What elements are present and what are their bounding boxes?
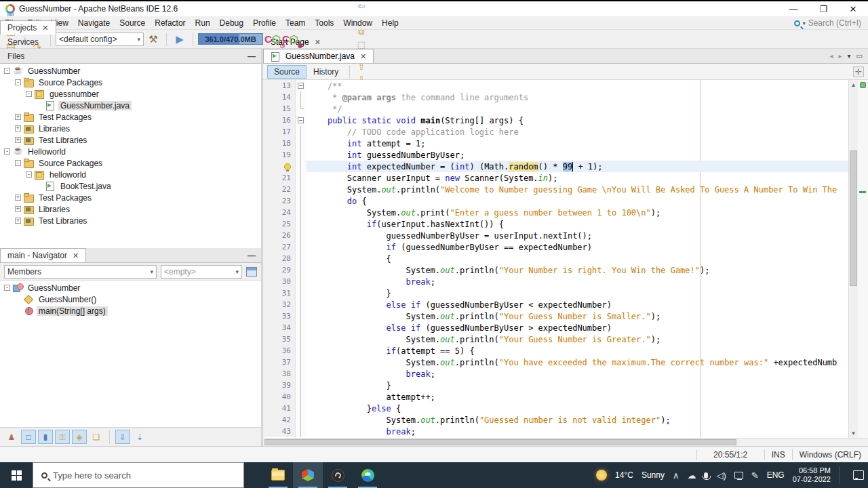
minimize-navigator-button[interactable]: — xyxy=(248,251,256,260)
expand-icon[interactable]: + xyxy=(15,195,21,201)
previous-bookmark-button[interactable]: ⇧ xyxy=(354,60,368,73)
weather-sun-icon[interactable] xyxy=(596,470,607,481)
code-line[interactable]: 23 do { xyxy=(263,195,848,207)
tab-services[interactable]: Services xyxy=(0,35,56,49)
taskbar-file-explorer[interactable] xyxy=(263,462,293,488)
weather-desc[interactable]: Sunny xyxy=(642,470,665,480)
tree-item[interactable]: -Helloworld xyxy=(0,146,261,157)
collapse-icon[interactable]: - xyxy=(26,171,32,178)
code-editor[interactable]: 13− /**14 * @param args the command line… xyxy=(263,80,848,438)
code-line[interactable]: 17 // TODO code application logic here xyxy=(263,126,848,138)
menu-run[interactable]: Run xyxy=(191,17,215,29)
code-line[interactable]: 15 */ xyxy=(263,103,848,115)
error-stripe[interactable] xyxy=(858,80,868,438)
close-icon[interactable]: ✕ xyxy=(73,251,79,260)
tree-item[interactable]: -GuessNumber xyxy=(0,65,261,77)
tab-navigator[interactable]: main - Navigator ✕ xyxy=(0,248,86,262)
editor-vertical-scrollbar[interactable]: ▲ ▼ xyxy=(848,80,858,438)
collapse-icon[interactable]: - xyxy=(15,79,21,85)
code-line[interactable]: 43 break; xyxy=(263,426,848,437)
memory-usage-bar[interactable]: 361.0/470.0MB xyxy=(198,33,263,45)
code-line[interactable]: 39 } xyxy=(263,380,848,391)
language-indicator[interactable]: ENG xyxy=(767,470,785,480)
tree-item[interactable]: +Test Packages xyxy=(0,192,261,203)
tree-item[interactable]: +Libraries xyxy=(0,203,261,215)
collapse-fold-icon[interactable]: − xyxy=(298,83,304,89)
pen-icon[interactable]: ✎ xyxy=(751,470,759,481)
minimize-panel-button[interactable]: — xyxy=(248,52,256,61)
code-line[interactable]: 26 guessedNumberByUser = userInput.nextI… xyxy=(263,230,848,241)
close-icon[interactable]: ✕ xyxy=(315,38,321,47)
maximize-button[interactable]: ❐ xyxy=(808,1,838,16)
tree-item[interactable]: GuessNumber.java xyxy=(0,100,261,111)
profiler-stop-button[interactable]: C⬡◉ xyxy=(282,31,298,47)
debug-project-button[interactable]: ▶ xyxy=(172,31,188,47)
menu-refactor[interactable]: Refactor xyxy=(150,17,190,29)
show-fields-button[interactable]: □ xyxy=(21,430,36,444)
sort-by-source-button[interactable]: ⇣ xyxy=(132,430,147,444)
scroll-tabs-right-icon[interactable]: ▸ xyxy=(838,52,842,60)
code-line[interactable]: 16− public static void main(String[] arg… xyxy=(263,115,848,126)
expand-icon[interactable]: + xyxy=(15,137,21,143)
code-line[interactable]: 42 System.out.println("Guessed number is… xyxy=(263,414,848,426)
expand-icon[interactable]: + xyxy=(15,114,21,120)
collapse-icon[interactable]: - xyxy=(4,285,10,291)
code-line[interactable]: 41 }else { xyxy=(263,403,848,414)
editor-toolbar-overflow-icon[interactable]: ✛ xyxy=(853,66,864,77)
editor-horizontal-scrollbar[interactable] xyxy=(263,438,868,446)
menu-window[interactable]: Window xyxy=(338,17,377,29)
minimize-button[interactable]: — xyxy=(778,1,808,16)
tab-projects[interactable]: Projects✕ xyxy=(0,20,56,35)
collapse-icon[interactable]: - xyxy=(4,148,10,155)
show-non-public-members-button[interactable]: ⚿ xyxy=(55,430,70,444)
code-line[interactable]: 14 * @param args the command line argume… xyxy=(263,92,848,103)
menu-source[interactable]: Source xyxy=(115,17,150,29)
code-line[interactable]: 34 else if (guessedNumberByUser > expect… xyxy=(263,322,848,333)
insert-mode[interactable]: INS xyxy=(764,449,792,460)
code-line[interactable]: 36 if(attempt == 5) { xyxy=(263,345,848,357)
group-by-class-button[interactable]: ❏ xyxy=(89,430,104,444)
sort-alphabetically-button[interactable]: ⇩ xyxy=(115,430,130,444)
code-line[interactable]: 21 Scanner userInput = new Scanner(Syste… xyxy=(263,172,848,184)
tree-item[interactable]: -GuessNumber xyxy=(0,282,261,293)
network-icon[interactable] xyxy=(734,472,743,479)
tab-list-icon[interactable]: ▾ xyxy=(848,52,851,60)
taskbar-obs[interactable] xyxy=(323,462,353,488)
code-line[interactable]: 30 break; xyxy=(263,276,848,287)
current-line-mark[interactable] xyxy=(859,191,866,193)
tree-item[interactable]: BookTest.java xyxy=(0,180,261,192)
code-line[interactable]: 32 else if (guessedNumberByUser < expect… xyxy=(263,299,848,310)
show-inherited-members-button[interactable]: ♟ xyxy=(4,430,19,444)
find-previous-occurrence-button[interactable]: ⇦ xyxy=(354,0,368,12)
collapse-icon[interactable]: - xyxy=(4,68,10,74)
expand-icon[interactable]: + xyxy=(15,125,21,131)
code-line[interactable]: int expectedNumber = (int) (Math.random(… xyxy=(263,161,848,172)
tree-item[interactable]: main(String[] args) xyxy=(0,305,261,317)
config-select[interactable]: <default config>▾ xyxy=(56,33,144,46)
show-static-members-button[interactable]: ▮ xyxy=(38,430,53,444)
onedrive-icon[interactable]: ☁ xyxy=(687,470,696,481)
hint-bulb-icon[interactable] xyxy=(284,163,291,170)
view-history-button[interactable]: History xyxy=(307,65,345,79)
tree-item[interactable]: +Test Libraries xyxy=(0,134,261,146)
start-button[interactable] xyxy=(0,462,33,488)
code-line[interactable]: 31 } xyxy=(263,287,848,299)
close-icon[interactable]: ✕ xyxy=(42,24,48,33)
code-line[interactable]: 38 break; xyxy=(263,368,848,380)
code-line[interactable]: 19 int guessedNumberByUser; xyxy=(263,149,848,161)
taskbar-search[interactable]: Type here to search xyxy=(33,462,244,488)
maximize-editor-icon[interactable]: ▭ xyxy=(856,52,863,60)
tree-item[interactable]: -guessnumber xyxy=(0,88,261,100)
code-line[interactable]: 13− /** xyxy=(263,80,848,92)
code-line[interactable]: 28 { xyxy=(263,253,848,264)
code-line[interactable]: 24 System.out.print("Enter a guess numbe… xyxy=(263,207,848,218)
expand-icon[interactable]: + xyxy=(15,218,21,224)
code-line[interactable]: 27 if (guessedNumberByUser == expectedNu… xyxy=(263,241,848,253)
tree-item[interactable]: -helloworld xyxy=(0,169,261,180)
code-line[interactable]: 18 int attempt = 1; xyxy=(263,138,848,149)
tree-item[interactable]: +Libraries xyxy=(0,123,261,134)
menu-profile[interactable]: Profile xyxy=(248,17,281,29)
tree-item[interactable]: -Source Packages xyxy=(0,157,261,169)
tree-item[interactable]: -Source Packages xyxy=(0,77,261,88)
code-line[interactable]: 37 System.out.println("You have exceeded… xyxy=(263,357,848,368)
